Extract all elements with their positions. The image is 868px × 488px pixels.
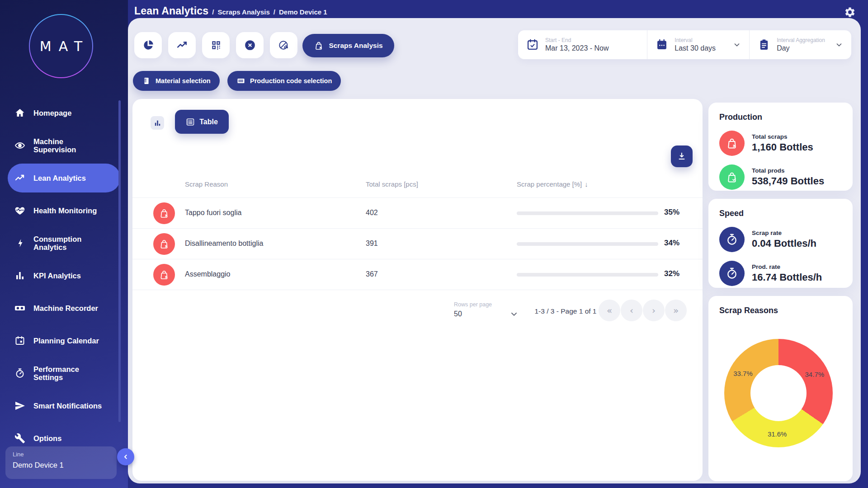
table-view-button[interactable]: Table xyxy=(175,110,229,134)
sidebar-nav: Homepage Machine Supervision Lean Analyt… xyxy=(0,97,128,455)
logo-text: MAT xyxy=(33,38,90,54)
bag-x-icon xyxy=(153,264,175,286)
gear-icon[interactable] xyxy=(844,6,856,18)
table-list-icon xyxy=(186,117,195,127)
trend-view-button[interactable] xyxy=(168,32,196,58)
recorder-icon xyxy=(14,303,25,314)
last-page-button[interactable]: » xyxy=(665,300,687,321)
chart-view-toggle-button[interactable] xyxy=(151,116,164,130)
table-bottom-divider xyxy=(132,290,703,290)
interval-control[interactable]: Interval Last 30 days xyxy=(647,30,749,59)
scrap-rate-stat: Scrap rate 0.04 Bottles/h xyxy=(719,227,842,252)
prod-rate-stat: Prod. rate 16.74 Bottles/h xyxy=(719,261,842,286)
sort-desc-icon: ↓ xyxy=(585,180,588,188)
device-selector-card[interactable]: Line Demo Device 1 xyxy=(5,446,117,479)
sidebar-item-machine-supervision[interactable]: Machine Supervision xyxy=(8,129,120,162)
start-end-control[interactable]: Start - End Mar 13, 2023 - Now xyxy=(518,30,647,59)
qr-code-view-button[interactable] xyxy=(202,32,230,58)
material-icon xyxy=(142,76,151,85)
pagination-buttons: « ‹ › » xyxy=(599,300,687,321)
page-title: Lean Analytics xyxy=(134,5,208,17)
donut-slice-label: 33.7% xyxy=(733,369,753,377)
breadcrumb-device[interactable]: Demo Device 1 xyxy=(279,8,327,16)
speed-title: Speed xyxy=(719,209,842,218)
sidebar-item-planning-calendar[interactable]: Planning Calendar xyxy=(8,324,120,357)
donut-slice-label: 31.6% xyxy=(768,430,787,437)
breadcrumb-scraps-analysis[interactable]: Scraps Analysis xyxy=(217,8,269,16)
sidebar-item-consumption-analytics[interactable]: Consumption Analytics xyxy=(8,227,120,259)
qr-code-icon xyxy=(210,39,222,51)
bolt-icon xyxy=(14,238,25,249)
barcode-icon xyxy=(236,76,245,85)
trend-line-icon xyxy=(176,39,188,51)
bag-x-icon xyxy=(153,233,175,255)
production-code-selection-button[interactable]: Production code selection xyxy=(227,71,341,91)
prev-page-button[interactable]: ‹ xyxy=(621,300,642,321)
download-button[interactable] xyxy=(671,145,693,167)
scrap-percentage-bar xyxy=(517,242,658,246)
bag-x-icon xyxy=(153,202,175,224)
sidebar-scrollbar[interactable] xyxy=(118,100,121,422)
total-prods-stat: Total prods 538,749 Bottles xyxy=(719,164,842,190)
sidebar-item-kpi-analytics[interactable]: KPI Analytics xyxy=(8,259,120,292)
eye-icon xyxy=(14,140,25,151)
device-line-label: Line xyxy=(13,451,109,458)
scrap-reasons-title: Scrap Reasons xyxy=(719,306,842,315)
gauge-stats-view-button[interactable] xyxy=(270,32,297,58)
next-page-button[interactable]: › xyxy=(643,300,665,321)
time-controls-card: Start - End Mar 13, 2023 - Now Interval … xyxy=(518,30,851,59)
sidebar-item-health-monitoring[interactable]: Health Monitoring xyxy=(8,194,120,227)
gauge-stats-icon xyxy=(278,39,290,51)
sidebar: MAT Homepage Machine Supervision Lea xyxy=(0,0,128,488)
production-title: Production xyxy=(719,113,842,122)
pie-chart-view-button[interactable] xyxy=(134,32,162,58)
column-scrap-reason[interactable]: Scrap Reason xyxy=(185,180,228,188)
scrap-percentage-bar xyxy=(517,273,658,277)
material-selection-button[interactable]: Material selection xyxy=(133,71,220,91)
scrap-reasons-donut: 34.7%31.6%33.7% xyxy=(724,339,833,447)
sidebar-item-homepage[interactable]: Homepage xyxy=(8,97,120,129)
donut-slice-label: 34.7% xyxy=(805,371,825,378)
trend-line-icon xyxy=(14,173,25,183)
cancel-view-button[interactable] xyxy=(236,32,264,58)
calendar-check-icon xyxy=(526,38,539,51)
chevron-down-icon xyxy=(835,41,843,49)
scrap-percentage-bar xyxy=(517,211,658,215)
first-page-button[interactable]: « xyxy=(599,300,620,321)
mat-logo: MAT xyxy=(29,14,93,78)
stopwatch-icon xyxy=(719,261,745,286)
heart-pulse-icon xyxy=(14,205,25,216)
breadcrumb: Lean Analytics / Scraps Analysis / Demo … xyxy=(134,5,327,17)
interval-aggregation-control[interactable]: Interval Aggregation Day xyxy=(749,30,851,59)
bar-chart-icon xyxy=(154,119,161,127)
cancel-circle-icon xyxy=(244,39,256,51)
bag-check-icon xyxy=(719,164,745,190)
total-scraps-stat: Total scraps 1,160 Bottles xyxy=(719,131,842,156)
app-root: MAT Homepage Machine Supervision Lea xyxy=(0,0,868,488)
scraps-analysis-button[interactable]: Scraps Analysis xyxy=(302,34,394,57)
chevron-down-icon xyxy=(733,41,741,49)
home-icon xyxy=(14,108,25,118)
calendar-icon xyxy=(14,335,25,346)
clipboard-icon xyxy=(758,38,770,51)
download-icon xyxy=(677,151,687,161)
chevron-down-icon[interactable] xyxy=(509,310,519,319)
bag-x-icon xyxy=(314,41,324,51)
wrench-icon xyxy=(14,433,25,444)
sidebar-item-machine-recorder[interactable]: Machine Recorder xyxy=(8,292,120,324)
bar-chart-icon xyxy=(14,270,25,281)
rows-per-page-select[interactable]: Rows per page 50 xyxy=(454,301,492,318)
sidebar-item-smart-notifications[interactable]: Smart Notifications xyxy=(8,389,120,422)
table-row[interactable]: Tappo fuori soglia 402 35% xyxy=(132,197,703,228)
chevron-left-icon xyxy=(122,453,129,460)
main-panel: Scraps Analysis Start - End Mar 13, 2023… xyxy=(128,18,861,483)
column-total-scraps[interactable]: Total scraps [pcs] xyxy=(366,180,418,188)
sidebar-collapse-button[interactable] xyxy=(117,448,134,465)
stopwatch-icon xyxy=(719,227,745,252)
table-row[interactable]: Assemblaggio 367 32% xyxy=(132,259,703,290)
table-row[interactable]: Disallineamento bottiglia 391 34% xyxy=(132,228,703,259)
sidebar-item-lean-analytics[interactable]: Lean Analytics xyxy=(8,164,120,192)
sidebar-item-performance-settings[interactable]: Performance Settings xyxy=(8,357,120,389)
bag-x-icon xyxy=(719,131,745,156)
column-scrap-percentage[interactable]: Scrap percentage [%] ↓ xyxy=(517,180,588,188)
